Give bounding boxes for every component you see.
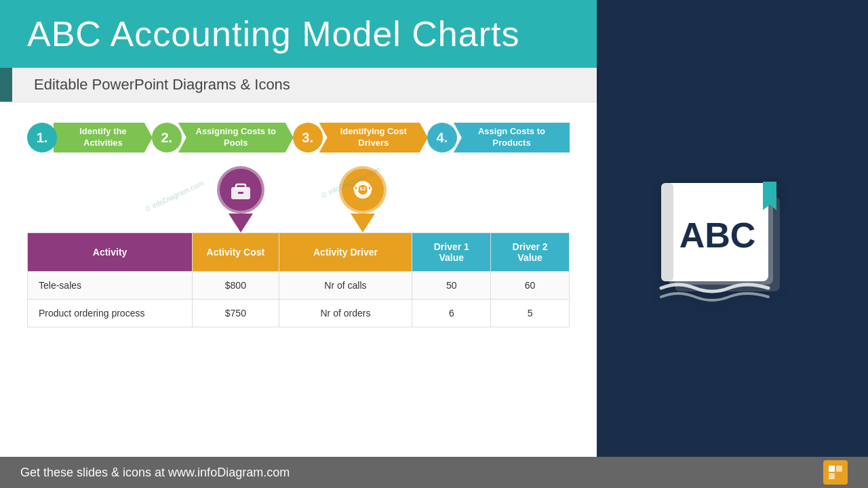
abc-book-icon: ABC: [658, 176, 807, 312]
content-area: 1. Identify the Activities 2. Assigning …: [0, 102, 597, 488]
row1-activity: Tele-sales: [28, 272, 193, 300]
sub-header: Editable PowerPoint Diagrams & Icons: [0, 68, 597, 102]
pin-body-orange: [339, 166, 387, 214]
table-row: Tele-sales $800 Nr of calls 50 60: [28, 272, 570, 300]
step-4-number: 4.: [437, 130, 448, 146]
svg-rect-10: [369, 187, 370, 189]
measure-icon: [351, 178, 375, 202]
step-2: 2. Assigning Costs to Pools: [152, 123, 294, 152]
step-2-label: Assigning Costs to Pools: [178, 123, 294, 152]
pin-icon-orange: [339, 166, 387, 232]
step-4-label: Assign Costs to Products: [454, 123, 570, 152]
data-table: Activity Activity Cost Activity Driver D…: [27, 232, 570, 327]
th-cost: Activity Cost: [193, 233, 279, 272]
svg-rect-8: [362, 187, 363, 189]
step-2-number: 2.: [161, 130, 172, 146]
row1-driver1: 50: [412, 272, 491, 300]
table-header-row: Activity Activity Cost Activity Driver D…: [28, 233, 570, 272]
th-activity: Activity: [28, 233, 193, 272]
svg-rect-7: [359, 187, 360, 190]
footer-bar: Get these slides & icons at www.infoDiag…: [0, 457, 868, 488]
th-driver1: Driver 1 Value: [412, 233, 491, 272]
pin-point-orange: [351, 214, 375, 232]
step-3-circle: 3.: [293, 123, 323, 152]
svg-rect-19: [829, 473, 835, 479]
step-1: 1. Identify the Activities: [27, 123, 153, 152]
step-4: 4. Assign Costs to Products: [427, 123, 570, 152]
th-driver: Activity Driver: [279, 233, 412, 272]
footer-logo-icon: [827, 464, 844, 481]
pin-body-purple: [217, 166, 264, 214]
step-3-label: Identifying Cost Drivers: [319, 123, 428, 152]
page-title: ABC Accounting Model Charts: [27, 14, 519, 54]
row2-cost: $750: [193, 300, 279, 327]
step-1-circle: 1.: [27, 123, 57, 152]
row2-activity: Product ordering process: [28, 300, 193, 327]
steps-row: 1. Identify the Activities 2. Assigning …: [27, 123, 570, 152]
svg-rect-9: [366, 187, 367, 190]
svg-rect-18: [836, 466, 842, 472]
step-3-number: 3.: [302, 130, 313, 146]
icons-and-table: © infoDiagram.com © infoDiagram.com Acti…: [27, 166, 570, 327]
row2-driver1: 6: [412, 300, 491, 327]
svg-rect-17: [829, 466, 835, 472]
toolbox-icon: [229, 178, 253, 202]
step-3: 3. Identifying Cost Drivers: [293, 123, 428, 152]
svg-rect-1: [236, 184, 245, 188]
step-4-circle: 4.: [427, 123, 457, 152]
pin-icon-purple: [217, 166, 264, 232]
step-1-label: Identify the Activities: [54, 123, 153, 152]
th-driver2: Driver 2 Value: [491, 233, 570, 272]
svg-rect-2: [238, 192, 243, 194]
row1-driver2: 60: [491, 272, 570, 300]
row2-driver: Nr of orders: [279, 300, 412, 327]
footer-icon: [823, 460, 848, 485]
row1-driver: Nr of calls: [279, 272, 412, 300]
svg-rect-14: [661, 183, 673, 281]
step-1-number: 1.: [37, 130, 48, 146]
svg-rect-6: [355, 187, 357, 189]
header-banner: ABC Accounting Model Charts: [0, 0, 597, 68]
sub-title: Editable PowerPoint Diagrams & Icons: [34, 76, 290, 93]
step-2-circle: 2.: [152, 123, 182, 152]
row1-cost: $800: [193, 272, 279, 300]
table-row: Product ordering process $750 Nr of orde…: [28, 300, 570, 327]
left-panel: ABC Accounting Model Charts Editable Pow…: [0, 0, 597, 488]
svg-text:ABC: ABC: [679, 216, 756, 255]
footer-text: Get these slides & icons at www.infoDiag…: [20, 466, 290, 480]
pin-point-purple: [229, 214, 253, 232]
right-panel: ABC: [597, 0, 868, 488]
pin-row: [27, 166, 570, 232]
row2-driver2: 5: [491, 300, 570, 327]
